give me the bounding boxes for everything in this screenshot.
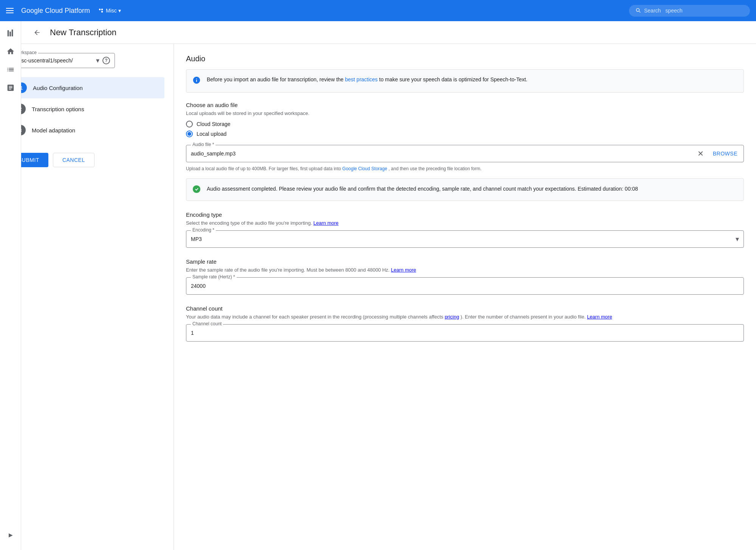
google-cloud-storage-link[interactable]: Google Cloud Storage (342, 166, 387, 171)
sidebar-item-analytics[interactable] (3, 80, 18, 95)
search-input[interactable] (665, 8, 741, 14)
step-2[interactable]: 2 Transcription options (9, 98, 164, 120)
channel-count-title: Channel count (186, 305, 744, 312)
right-panel: Audio Before you import an audio file fo… (174, 44, 756, 550)
sample-rate-title: Sample rate (186, 258, 744, 265)
audio-section-title: Audio (186, 54, 744, 63)
info-text: Before you import an audio file for tran… (207, 76, 527, 84)
svg-rect-5 (11, 30, 13, 36)
audio-source-radio-group: Cloud Storage Local upload (186, 121, 744, 137)
step-2-label: Transcription options (32, 106, 84, 112)
audio-file-field: Audio file * ✕ BROWSE (186, 145, 744, 162)
search-bar[interactable]: Search (629, 5, 750, 17)
encoding-type-section: Encoding type Select the encoding type o… (186, 211, 744, 248)
page-header: New Transcription (21, 21, 756, 44)
svg-point-2 (101, 9, 103, 11)
encoding-select-group: Encoding * MP3 LINEAR16 FLAC MULAW ▾ (186, 230, 744, 248)
search-label: Search (644, 8, 661, 14)
clear-audio-file-icon[interactable]: ✕ (694, 149, 707, 158)
hamburger-menu[interactable] (6, 8, 14, 13)
success-check-icon (192, 185, 201, 194)
workspace-field[interactable]: Workspace m1sc-uscentral1/speech/ ▾ ? (9, 53, 115, 68)
browse-button[interactable]: BROWSE (707, 151, 744, 157)
page-title: New Transcription (50, 28, 116, 37)
audio-file-input[interactable] (186, 145, 694, 162)
expand-sidebar-button[interactable]: ▶ (3, 527, 18, 542)
sample-rate-learn-more-link[interactable]: Learn more (391, 267, 416, 273)
encoding-select[interactable]: MP3 LINEAR16 FLAC MULAW (186, 231, 736, 247)
top-navigation: Google Cloud Platform Misc ▾ Search (0, 0, 756, 21)
radio-local-upload-label: Local upload (197, 131, 226, 137)
radio-cloud-storage[interactable]: Cloud Storage (186, 121, 744, 127)
radio-local-upload[interactable]: Local upload (186, 131, 744, 137)
project-selector[interactable]: Misc ▾ (98, 7, 121, 14)
svg-point-0 (99, 9, 101, 11)
left-panel: Workspace m1sc-uscentral1/speech/ ▾ ? 1 … (0, 44, 174, 550)
back-button[interactable] (30, 26, 44, 39)
choose-audio-section: Choose an audio file Local uploads will … (186, 102, 744, 201)
cancel-button[interactable]: CANCEL (53, 153, 94, 167)
step-3-label: Model adaptation (32, 127, 75, 134)
sample-rate-input[interactable] (186, 278, 744, 294)
best-practices-link[interactable]: best practices (345, 76, 378, 82)
workspace-value: m1sc-uscentral1/speech/ (14, 57, 93, 64)
workspace-help-icon[interactable]: ? (102, 57, 110, 64)
choose-audio-title: Choose an audio file (186, 102, 744, 108)
sample-rate-field: Sample rate (Hertz) * (186, 277, 744, 295)
success-text: Audio assessment completed. Please revie… (207, 185, 638, 193)
svg-rect-4 (9, 31, 11, 36)
sample-rate-desc: Enter the sample rate of the audio file … (186, 267, 744, 273)
svg-point-1 (101, 11, 103, 13)
encoding-label: Encoding * (191, 227, 216, 233)
info-icon (192, 76, 201, 86)
workspace-dropdown-icon[interactable]: ▾ (96, 56, 99, 65)
content-area: Workspace m1sc-uscentral1/speech/ ▾ ? 1 … (0, 44, 756, 550)
left-sidebar: ▶ (0, 21, 21, 550)
encoding-type-desc: Select the encoding type of the audio fi… (186, 220, 744, 226)
step-3[interactable]: 3 Model adaptation (9, 120, 164, 141)
chevron-down-icon: ▾ (118, 8, 121, 14)
sidebar-item-speech[interactable] (3, 26, 18, 41)
encoding-dropdown-icon: ▾ (736, 235, 744, 243)
upload-hint: Upload a local audio file of up to 400MB… (186, 165, 744, 172)
search-icon (635, 7, 641, 14)
sidebar-item-home[interactable] (3, 44, 18, 59)
channel-count-label: Channel count (191, 321, 223, 326)
step-1-label: Audio Configuration (33, 85, 83, 91)
svg-point-6 (193, 185, 200, 193)
action-buttons: SUBMIT CANCEL (9, 153, 164, 167)
sample-rate-section: Sample rate Enter the sample rate of the… (186, 258, 744, 295)
choose-audio-desc: Local uploads will be stored in your spe… (186, 110, 744, 116)
info-banner: Before you import an audio file for tran… (186, 69, 744, 93)
channel-learn-more-link[interactable]: Learn more (587, 314, 612, 320)
radio-cloud-storage-label: Cloud Storage (197, 121, 231, 127)
channel-count-section: Channel count Your audio data may includ… (186, 305, 744, 342)
sample-rate-label: Sample rate (Hertz) * (191, 274, 237, 280)
success-banner: Audio assessment completed. Please revie… (186, 178, 744, 201)
steps-list: 1 Audio Configuration 2 Transcription op… (9, 77, 164, 141)
radio-cloud-storage-circle (186, 121, 193, 127)
step-1[interactable]: 1 Audio Configuration (9, 77, 164, 98)
channel-count-input[interactable] (186, 325, 744, 341)
encoding-learn-more-link[interactable]: Learn more (313, 220, 338, 226)
sidebar-item-list[interactable] (3, 62, 18, 77)
audio-file-label: Audio file * (191, 142, 215, 147)
encoding-type-title: Encoding type (186, 211, 744, 218)
misc-label: Misc (106, 8, 117, 14)
svg-rect-3 (7, 30, 9, 37)
app-logo: Google Cloud Platform (21, 7, 90, 15)
channel-count-desc: Your audio data may include a channel fo… (186, 314, 744, 320)
pricing-link[interactable]: pricing (445, 314, 459, 320)
radio-local-upload-circle (186, 131, 193, 137)
channel-count-field: Channel count (186, 324, 744, 342)
